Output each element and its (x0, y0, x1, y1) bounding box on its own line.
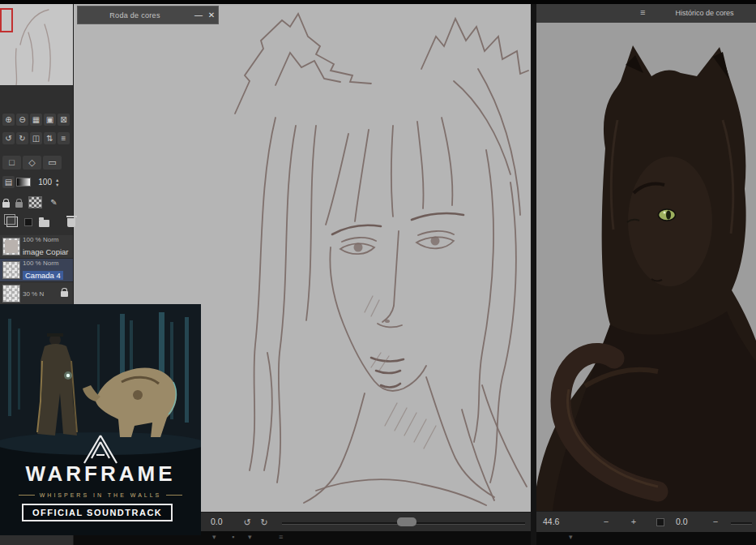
color-wheel-panel-titlebar[interactable]: Roda de cores — ✕ (77, 6, 219, 24)
color-history-title: Histórico de cores (658, 9, 751, 17)
selection-tools-row: □ ◇ ▭ (2, 156, 62, 170)
menu-icon[interactable]: ≡ (279, 533, 283, 541)
close-button[interactable]: ✕ (205, 9, 218, 21)
stepper-down-icon[interactable]: ▼ (55, 182, 59, 187)
bottom-strip-right: ▾ (536, 532, 756, 545)
subtitle-rule-left (19, 495, 35, 496)
album-badge: OFFICIAL SOUNDTRACK (22, 504, 173, 521)
flip-horizontal-icon[interactable]: ◫ (30, 132, 42, 144)
view-menu-icon[interactable]: ≡ (58, 132, 70, 144)
top-window-strip (0, 0, 756, 4)
blend-mode-icon[interactable]: ▤ (2, 176, 15, 188)
marquee-tool-icon[interactable]: ▭ (43, 156, 62, 170)
navigator-preview[interactable] (0, 0, 73, 85)
layer-row[interactable]: 100 % Norm image Copiar (0, 235, 73, 259)
reset-zoom-icon[interactable] (656, 518, 664, 526)
reference-status-bar: 44.6 − + 0.0 − (536, 511, 756, 533)
lock-transparency-icon[interactable] (15, 202, 23, 208)
album-title: WARFRAME (0, 461, 201, 487)
rotate-cw-icon[interactable]: ↻ (16, 132, 28, 144)
album-subtitle-row: WHISPERS IN THE WALLS (0, 492, 201, 498)
album-subtitle: WHISPERS IN THE WALLS (40, 492, 162, 498)
zoom-slider-track[interactable] (731, 522, 752, 525)
new-fill-layer-icon[interactable] (24, 218, 32, 226)
zoom-slider-handle[interactable] (397, 517, 416, 526)
rotate-minus-icon[interactable]: − (709, 515, 722, 528)
layer-name[interactable]: image Copiar (23, 247, 69, 256)
layer-name[interactable]: Camada 4 (23, 271, 63, 280)
fit-view-icon[interactable]: ▦ (30, 114, 42, 126)
layer-info: 30 % N (23, 290, 61, 298)
view-rotate-row: ↺ ↻ ◫ ⇅ ≡ (2, 132, 70, 144)
layer-opacity-value[interactable]: 100 (32, 178, 52, 187)
color-history-titlebar[interactable]: ≡ Histórico de cores (536, 3, 756, 24)
rotate-ccw-icon[interactable]: ↺ (2, 132, 15, 144)
layer-row[interactable]: 30 % N (0, 282, 73, 306)
rotation-value[interactable]: 0.0 (676, 517, 688, 526)
layer-lock-row: ✎ (2, 196, 60, 208)
new-folder-icon[interactable] (39, 220, 49, 227)
close-view-icon[interactable]: ⊠ (58, 114, 70, 126)
subtitle-rule-right (166, 495, 182, 496)
chevron-down-icon[interactable]: ▾ (212, 533, 216, 541)
opacity-gradient-bar[interactable] (16, 178, 31, 187)
chevron-down-icon[interactable]: ▾ (248, 533, 252, 541)
delete-layer-icon[interactable] (67, 218, 75, 227)
paint-app-window: Roda de cores — ✕ ⊕ ⊖ ▦ ▣ ⊠ (0, 0, 756, 545)
lasso-tool-icon[interactable]: ◇ (23, 156, 41, 170)
opacity-stepper[interactable]: ▲ ▼ (55, 178, 59, 187)
rotate-ccw-icon[interactable]: ↺ (241, 516, 254, 529)
flip-vertical-icon[interactable]: ⇅ (44, 132, 56, 144)
layer-opacity-row: ▤ 100 ▲ ▼ (2, 176, 59, 188)
color-wheel-panel-title: Roda de cores (78, 11, 192, 19)
layer-info: 100 % Norm image Copiar (23, 236, 73, 258)
layer-row-selected[interactable]: 100 % Norm Camada 4 (0, 259, 73, 282)
panel-gap-divider (531, 0, 536, 545)
layer-list: 100 % Norm image Copiar 100 % Norm Camad… (0, 235, 73, 306)
rotation-value[interactable]: 0.0 (211, 517, 223, 526)
new-layer-icon[interactable] (6, 217, 18, 227)
album-art-overlay[interactable]: WARFRAME WHISPERS IN THE WALLS OFFICIAL … (0, 304, 201, 535)
lock-layer-icon[interactable] (2, 202, 10, 208)
layer-thumbnail[interactable] (2, 285, 20, 303)
chevron-down-icon[interactable]: ▾ (569, 533, 573, 541)
zoom-out-icon[interactable]: ⊖ (16, 114, 28, 126)
layer-opacity-mode: 30 % N (23, 290, 61, 298)
layer-actions-row (2, 217, 75, 227)
navigator-view-rectangle[interactable] (0, 8, 13, 32)
layer-thumbnail[interactable] (2, 261, 20, 279)
layer-info: 100 % Norm Camada 4 (23, 260, 73, 281)
painted-cat-figure (536, 23, 756, 511)
actual-size-icon[interactable]: ▣ (44, 114, 56, 126)
transparency-checker-icon[interactable] (28, 196, 42, 208)
layer-opacity-mode: 100 % Norm (23, 236, 73, 243)
zoom-in-icon[interactable]: + (627, 515, 640, 528)
album-artwork (0, 304, 201, 535)
layer-thumbnail[interactable] (2, 238, 20, 255)
rotate-cw-icon[interactable]: ↻ (258, 516, 271, 529)
layer-thumbnail-image (5, 240, 18, 253)
draft-pen-icon[interactable]: ✎ (48, 196, 60, 208)
color-history-window: ≡ Histórico de cores (536, 0, 756, 545)
select-tool-icon[interactable]: □ (2, 156, 21, 170)
layer-locked-icon (61, 291, 68, 297)
layer-opacity-mode: 100 % Norm (23, 260, 73, 267)
zoom-in-icon[interactable]: ⊕ (2, 114, 15, 126)
panel-menu-icon[interactable]: ≡ (640, 7, 645, 17)
dot-icon: ▪ (232, 533, 234, 541)
reference-canvas[interactable] (536, 23, 756, 511)
minimize-button[interactable]: — (192, 9, 205, 21)
view-zoom-row: ⊕ ⊖ ▦ ▣ ⊠ (2, 114, 70, 126)
zoom-value[interactable]: 44.6 (543, 517, 559, 526)
zoom-out-icon[interactable]: − (600, 515, 613, 528)
